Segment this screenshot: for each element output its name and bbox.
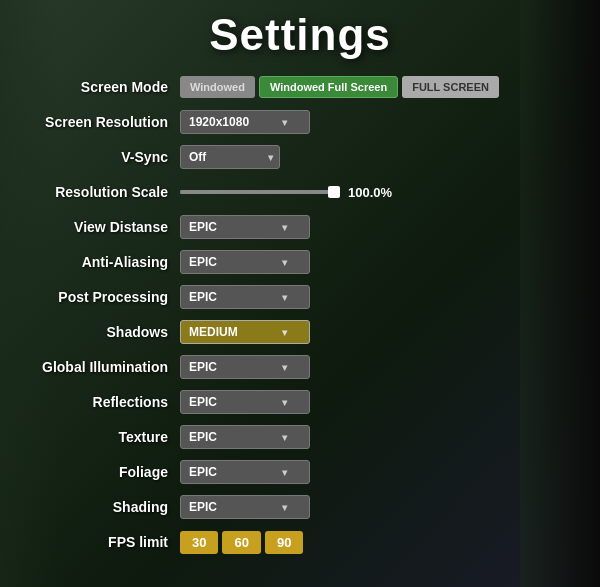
shading-dropdown[interactable]: EPIC: [180, 495, 310, 519]
fps-limit-control: 30 60 90: [180, 531, 580, 554]
post-processing-control: EPIC: [180, 285, 580, 309]
page-title: Settings: [209, 10, 391, 60]
post-processing-label: Post Processing: [20, 289, 180, 305]
shading-control: EPIC: [180, 495, 580, 519]
shading-label: Shading: [20, 499, 180, 515]
view-distance-dropdown[interactable]: EPIC: [180, 215, 310, 239]
settings-table: Screen Mode Windowed Windowed Full Scree…: [20, 72, 580, 557]
screen-mode-row: Screen Mode Windowed Windowed Full Scree…: [20, 72, 580, 102]
vsync-control: Off: [180, 145, 580, 169]
anti-aliasing-row: Anti-Aliasing EPIC: [20, 247, 580, 277]
windowed-fullscreen-button[interactable]: Windowed Full Screen: [259, 76, 398, 98]
shadows-label: Shadows: [20, 324, 180, 340]
view-distance-label: View Distanse: [20, 219, 180, 235]
foliage-control: EPIC: [180, 460, 580, 484]
anti-aliasing-label: Anti-Aliasing: [20, 254, 180, 270]
foliage-row: Foliage EPIC: [20, 457, 580, 487]
reflections-control: EPIC: [180, 390, 580, 414]
texture-control: EPIC: [180, 425, 580, 449]
screen-resolution-row: Screen Resolution 1920x1080: [20, 107, 580, 137]
global-illumination-control: EPIC: [180, 355, 580, 379]
screen-mode-control: Windowed Windowed Full Screen FULL SCREE…: [180, 76, 580, 98]
anti-aliasing-control: EPIC: [180, 250, 580, 274]
texture-dropdown[interactable]: EPIC: [180, 425, 310, 449]
screen-resolution-control: 1920x1080: [180, 110, 580, 134]
reflections-dropdown[interactable]: EPIC: [180, 390, 310, 414]
resolution-scale-label: Resolution Scale: [20, 184, 180, 200]
resolution-scale-row: Resolution Scale 100.0%: [20, 177, 580, 207]
view-distance-control: EPIC: [180, 215, 580, 239]
texture-row: Texture EPIC: [20, 422, 580, 452]
anti-aliasing-dropdown[interactable]: EPIC: [180, 250, 310, 274]
shading-row: Shading EPIC: [20, 492, 580, 522]
shadows-dropdown[interactable]: MEDIUM: [180, 320, 310, 344]
fps-buttons: 30 60 90: [180, 531, 303, 554]
fps-60-button[interactable]: 60: [222, 531, 260, 554]
fps-limit-label: FPS limit: [20, 534, 180, 550]
global-illumination-label: Global Illumination: [20, 359, 180, 375]
vsync-label: V-Sync: [20, 149, 180, 165]
screen-resolution-dropdown[interactable]: 1920x1080: [180, 110, 310, 134]
vsync-row: V-Sync Off: [20, 142, 580, 172]
screen-resolution-label: Screen Resolution: [20, 114, 180, 130]
resolution-scale-control: 100.0%: [180, 185, 580, 200]
screen-mode-label: Screen Mode: [20, 79, 180, 95]
reflections-label: Reflections: [20, 394, 180, 410]
vsync-dropdown[interactable]: Off: [180, 145, 280, 169]
global-illumination-dropdown[interactable]: EPIC: [180, 355, 310, 379]
screen-mode-buttons: Windowed Windowed Full Screen FULL SCREE…: [180, 76, 499, 98]
post-processing-dropdown[interactable]: EPIC: [180, 285, 310, 309]
foliage-dropdown[interactable]: EPIC: [180, 460, 310, 484]
resolution-scale-value: 100.0%: [348, 185, 392, 200]
post-processing-row: Post Processing EPIC: [20, 282, 580, 312]
view-distance-row: View Distanse EPIC: [20, 212, 580, 242]
fps-30-button[interactable]: 30: [180, 531, 218, 554]
fps-90-button[interactable]: 90: [265, 531, 303, 554]
shadows-row: Shadows MEDIUM: [20, 317, 580, 347]
reflections-row: Reflections EPIC: [20, 387, 580, 417]
foliage-label: Foliage: [20, 464, 180, 480]
fullscreen-button[interactable]: FULL SCREEN: [402, 76, 499, 98]
global-illumination-row: Global Illumination EPIC: [20, 352, 580, 382]
shadows-control: MEDIUM: [180, 320, 580, 344]
windowed-button[interactable]: Windowed: [180, 76, 255, 98]
resolution-scale-slider[interactable]: [180, 190, 340, 194]
fps-limit-row: FPS limit 30 60 90: [20, 527, 580, 557]
texture-label: Texture: [20, 429, 180, 445]
